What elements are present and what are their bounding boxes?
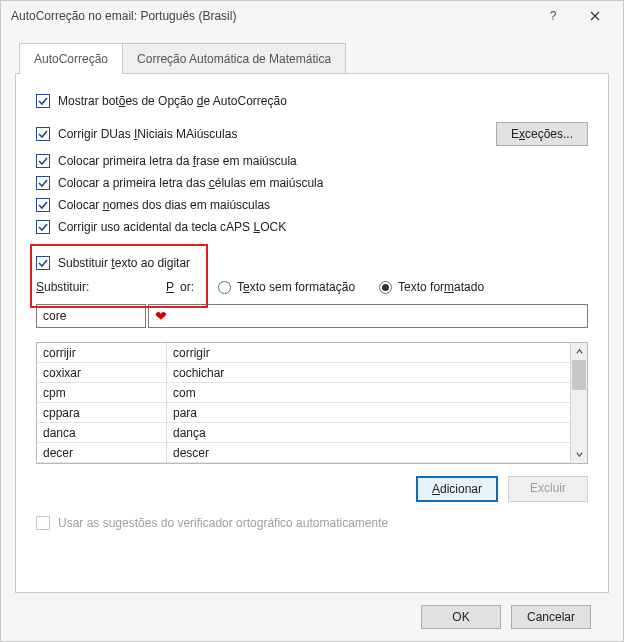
checkbox-caps-lock[interactable] bbox=[36, 220, 50, 234]
red-highlight bbox=[30, 244, 208, 308]
chevron-up-icon bbox=[575, 347, 584, 356]
scrollbar[interactable] bbox=[570, 343, 587, 463]
list-item[interactable]: decerdescer bbox=[37, 443, 570, 463]
close-icon bbox=[590, 11, 600, 21]
list-cell-to: dança bbox=[167, 423, 570, 443]
row-suggestions: Usar as sugestões do verificador ortográ… bbox=[36, 516, 588, 530]
radio-formatted-text[interactable] bbox=[379, 281, 392, 294]
row-duas-iniciais: Corrigir DUas INiciais MAiúsculas Exceçõ… bbox=[36, 122, 588, 146]
adicionar-button[interactable]: Adicionar bbox=[416, 476, 498, 502]
autocorrect-list: corrijircorrigircoxixarcochicharcpmcomcp… bbox=[36, 342, 588, 464]
row-celulas-maiuscula: Colocar a primeira letra das células em … bbox=[36, 176, 588, 190]
label-suggestions: Usar as sugestões do verificador ortográ… bbox=[58, 516, 388, 530]
label-duas-iniciais: Corrigir DUas INiciais MAiúsculas bbox=[58, 127, 237, 141]
check-icon bbox=[38, 200, 48, 210]
input-por[interactable]: ❤ bbox=[148, 304, 588, 328]
row-caps-lock: Corrigir uso acidental da tecla cAPS LOC… bbox=[36, 220, 588, 234]
check-icon bbox=[38, 129, 48, 139]
row-frase-maiuscula: Colocar primeira letra da frase em maiús… bbox=[36, 154, 588, 168]
check-icon bbox=[38, 156, 48, 166]
radio-plain-text[interactable] bbox=[218, 281, 231, 294]
checkbox-celulas-maiuscula[interactable] bbox=[36, 176, 50, 190]
label-show-buttons: Mostrar botões de Opção de AutoCorreção bbox=[58, 94, 287, 108]
list-cell-from: corrijir bbox=[37, 343, 167, 363]
cancelar-button[interactable]: Cancelar bbox=[511, 605, 591, 629]
label-frase-maiuscula: Colocar primeira letra da frase em maiús… bbox=[58, 154, 297, 168]
checkbox-frase-maiuscula[interactable] bbox=[36, 154, 50, 168]
window-title: AutoCorreção no email: Português (Brasil… bbox=[11, 9, 533, 23]
row-dias-maiusculas: Colocar nomes dos dias em maiúsculas bbox=[36, 198, 588, 212]
checkbox-suggestions bbox=[36, 516, 50, 530]
replace-section: Substituir: Por: Texto sem formatação bbox=[36, 276, 588, 328]
row-show-buttons: Mostrar botões de Opção de AutoCorreção bbox=[36, 94, 588, 108]
label-formatted-text: Texto formatado bbox=[398, 280, 484, 294]
tab-matematica[interactable]: Correção Automática de Matemática bbox=[122, 43, 346, 74]
dialog-window: AutoCorreção no email: Português (Brasil… bbox=[0, 0, 624, 642]
label-dias-maiusculas: Colocar nomes dos dias em maiúsculas bbox=[58, 198, 270, 212]
list-item[interactable]: corrijircorrigir bbox=[37, 343, 570, 363]
check-icon bbox=[38, 96, 48, 106]
format-radio-group: Texto sem formatação Texto formatado bbox=[218, 280, 484, 294]
scroll-up-button[interactable] bbox=[571, 343, 587, 360]
checkbox-show-buttons[interactable] bbox=[36, 94, 50, 108]
scroll-thumb[interactable] bbox=[572, 360, 586, 390]
list-cell-to: descer bbox=[167, 443, 570, 463]
client-area: AutoCorreção Correção Automática de Mate… bbox=[1, 31, 623, 641]
label-plain-text: Texto sem formatação bbox=[237, 280, 355, 294]
list-item[interactable]: cpparapara bbox=[37, 403, 570, 423]
dialog-footer: OK Cancelar bbox=[15, 593, 609, 641]
list-item[interactable]: dancadança bbox=[37, 423, 570, 443]
window-controls: ? bbox=[533, 3, 615, 29]
scroll-down-button[interactable] bbox=[571, 446, 587, 463]
list-cell-from: danca bbox=[37, 423, 167, 443]
help-button[interactable]: ? bbox=[533, 3, 573, 29]
list-cell-from: cpm bbox=[37, 383, 167, 403]
add-delete-buttons: Adicionar Excluir bbox=[36, 476, 588, 502]
list-cell-from: decer bbox=[37, 443, 167, 463]
ok-button[interactable]: OK bbox=[421, 605, 501, 629]
checkbox-dias-maiusculas[interactable] bbox=[36, 198, 50, 212]
check-icon bbox=[38, 222, 48, 232]
excluir-button[interactable]: Excluir bbox=[508, 476, 588, 502]
list-cell-to: com bbox=[167, 383, 570, 403]
chevron-down-icon bbox=[575, 450, 584, 459]
list-cell-to: corrigir bbox=[167, 343, 570, 363]
label-caps-lock: Corrigir uso acidental da tecla cAPS LOC… bbox=[58, 220, 286, 234]
titlebar: AutoCorreção no email: Português (Brasil… bbox=[1, 1, 623, 31]
list-cell-to: cochichar bbox=[167, 363, 570, 383]
label-celulas-maiuscula: Colocar a primeira letra das células em … bbox=[58, 176, 323, 190]
tab-autocorrecao[interactable]: AutoCorreção bbox=[19, 43, 123, 74]
list-item[interactable]: cpmcom bbox=[37, 383, 570, 403]
tab-panel: Mostrar botões de Opção de AutoCorreção … bbox=[15, 73, 609, 593]
tabstrip: AutoCorreção Correção Automática de Mate… bbox=[15, 43, 609, 74]
list-cell-to: para bbox=[167, 403, 570, 423]
list-item[interactable]: coxixarcochichar bbox=[37, 363, 570, 383]
checkbox-duas-iniciais[interactable] bbox=[36, 127, 50, 141]
list-cell-from: cppara bbox=[37, 403, 167, 423]
autocorrect-list-body[interactable]: corrijircorrigircoxixarcochicharcpmcomcp… bbox=[37, 343, 570, 463]
close-button[interactable] bbox=[575, 3, 615, 29]
heart-icon: ❤ bbox=[155, 309, 167, 323]
excecoes-button[interactable]: Exceções... bbox=[496, 122, 588, 146]
list-cell-from: coxixar bbox=[37, 363, 167, 383]
scroll-track[interactable] bbox=[571, 360, 587, 446]
check-icon bbox=[38, 178, 48, 188]
